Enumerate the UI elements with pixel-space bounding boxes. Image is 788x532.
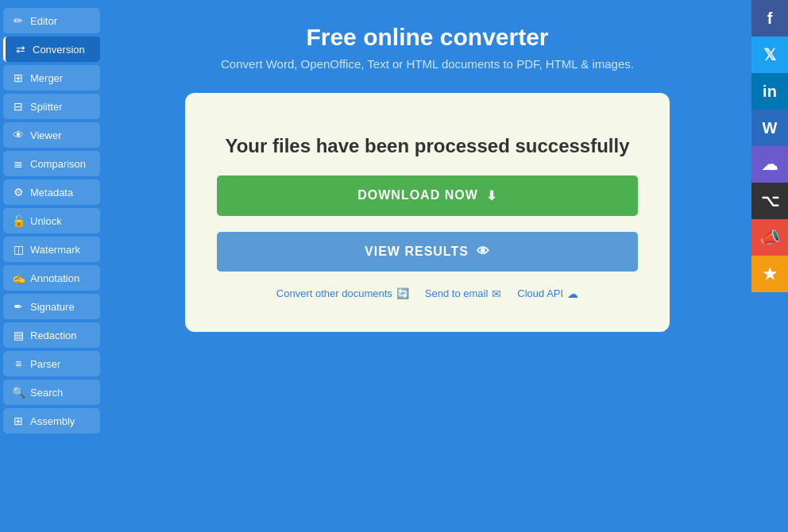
signature-icon: ✒ <box>11 300 25 313</box>
download-button-label: DOWNLOAD NOW <box>357 188 478 202</box>
sidebar-label-watermark: Watermark <box>30 244 80 256</box>
sidebar-item-search[interactable]: 🔍Search <box>3 380 100 405</box>
cloud-api-icon <box>567 287 578 300</box>
cloud-api-label: Cloud API <box>517 287 563 299</box>
sidebar-label-conversion: Conversion <box>33 44 85 56</box>
view-results-label: VIEW RESULTS <box>365 245 469 259</box>
sidebar-label-comparison: Comparison <box>30 158 86 170</box>
sidebar-label-merger: Merger <box>30 72 63 84</box>
sidebar-item-unlock[interactable]: 🔓Unlock <box>3 208 100 233</box>
editor-icon: ✏ <box>11 14 25 27</box>
convert-other-label: Convert other documents <box>276 287 392 299</box>
page-subtitle: Convert Word, OpenOffice, Text or HTML d… <box>221 57 634 71</box>
page-title: Free online converter <box>306 24 548 51</box>
github-social-button[interactable]: ⌥ <box>751 183 788 219</box>
conversion-icon: ⇄ <box>14 43 28 56</box>
send-to-email-link[interactable]: Send to email <box>425 287 502 300</box>
word-social-button[interactable]: W <box>751 110 788 146</box>
sidebar-label-metadata: Metadata <box>30 187 73 199</box>
unlock-icon: 🔓 <box>11 214 25 227</box>
star-social-button[interactable]: ★ <box>751 256 788 292</box>
sidebar-item-merger[interactable]: ⊞Merger <box>3 65 100 91</box>
sidebar-item-assembly[interactable]: ⊞Assembly <box>3 408 100 434</box>
megaphone-social-button[interactable]: 📣 <box>751 219 788 256</box>
success-message: Your files have been processed successfu… <box>225 133 629 160</box>
sidebar-label-viewer: Viewer <box>30 129 62 141</box>
sidebar-item-annotation[interactable]: ✍Annotation <box>3 265 100 291</box>
cloud-social-button[interactable]: ☁ <box>751 146 788 183</box>
sidebar-label-editor: Editor <box>30 15 57 27</box>
sidebar-label-unlock: Unlock <box>30 215 62 227</box>
sidebar-item-metadata[interactable]: ⚙Metadata <box>3 179 100 205</box>
sidebar-item-splitter[interactable]: ⊟Splitter <box>3 94 100 119</box>
sidebar-item-viewer[interactable]: 👁Viewer <box>3 122 100 148</box>
comparison-icon: ≣ <box>11 157 25 170</box>
sidebar-item-comparison[interactable]: ≣Comparison <box>3 151 100 176</box>
sidebar-label-splitter: Splitter <box>30 101 62 113</box>
sidebar-label-parser: Parser <box>30 358 60 370</box>
view-results-button[interactable]: VIEW RESULTS <box>217 232 638 272</box>
sidebar-label-search: Search <box>30 387 63 399</box>
twitter-social-button[interactable]: 𝕏 <box>751 37 788 73</box>
convert-other-link[interactable]: Convert other documents <box>276 287 409 299</box>
merger-icon: ⊞ <box>11 71 25 84</box>
redaction-icon: ▤ <box>11 329 25 341</box>
sidebar-item-redaction[interactable]: ▤Redaction <box>3 322 100 348</box>
sidebar-item-editor[interactable]: ✏Editor <box>3 8 100 33</box>
refresh-icon <box>396 287 409 299</box>
sidebar-item-watermark[interactable]: ◫Watermark <box>3 237 100 262</box>
viewer-icon: 👁 <box>11 129 25 141</box>
sidebar-label-annotation: Annotation <box>30 272 79 284</box>
email-icon <box>492 287 501 300</box>
annotation-icon: ✍ <box>11 272 25 284</box>
search-icon: 🔍 <box>11 386 25 399</box>
main-content: Free online converter Convert Word, Open… <box>103 0 751 532</box>
watermark-icon: ◫ <box>11 243 25 256</box>
linkedin-social-button[interactable]: in <box>751 73 788 110</box>
assembly-icon: ⊞ <box>11 414 25 427</box>
download-now-button[interactable]: DOWNLOAD NOW <box>217 175 638 216</box>
sidebar-label-signature: Signature <box>30 301 75 313</box>
sidebar-item-signature[interactable]: ✒Signature <box>3 294 100 319</box>
card-links: Convert other documents Send to email Cl… <box>276 287 578 300</box>
parser-icon: ≡ <box>11 357 25 370</box>
sidebar-label-redaction: Redaction <box>30 330 77 341</box>
sidebar-item-conversion[interactable]: ⇄Conversion <box>3 37 100 62</box>
eye-icon <box>477 245 490 259</box>
facebook-social-button[interactable]: f <box>751 0 788 37</box>
metadata-icon: ⚙ <box>11 186 25 199</box>
sidebar: ✏Editor⇄Conversion⊞Merger⊟Splitter👁Viewe… <box>0 0 103 532</box>
sidebar-label-assembly: Assembly <box>30 415 75 427</box>
sidebar-item-parser[interactable]: ≡Parser <box>3 351 100 376</box>
splitter-icon: ⊟ <box>11 100 25 113</box>
result-card: Your files have been processed successfu… <box>185 93 670 332</box>
cloud-api-link[interactable]: Cloud API <box>517 287 578 300</box>
send-to-email-label: Send to email <box>425 287 489 299</box>
social-bar: f𝕏inW☁⌥📣★ <box>751 0 788 532</box>
download-icon <box>486 188 497 203</box>
